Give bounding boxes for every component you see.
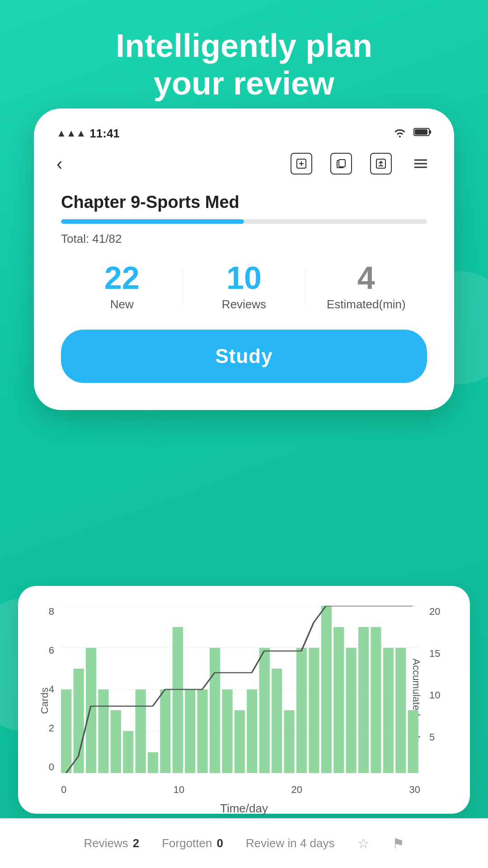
- bottom-bar: Reviews 2 Forgotten 0 Review in 4 days ☆…: [0, 818, 488, 868]
- svg-rect-20: [86, 648, 96, 773]
- svg-rect-29: [197, 689, 208, 773]
- stat-reviews: 10 Reviews: [183, 262, 305, 311]
- svg-rect-37: [296, 648, 307, 773]
- svg-rect-46: [408, 710, 418, 773]
- svg-rect-26: [160, 689, 170, 773]
- new-label: New: [61, 297, 183, 311]
- review-in-stat: Review in 4 days: [246, 836, 335, 850]
- svg-rect-2: [430, 130, 431, 134]
- estimated-count: 4: [305, 262, 427, 294]
- copy-icon[interactable]: [330, 153, 352, 175]
- chart-card: 8 6 4 2 0 Cards 20 15 10 5 Accumulated c…: [18, 586, 470, 814]
- forgotten-stat-count: 0: [217, 836, 223, 850]
- svg-rect-18: [61, 689, 71, 773]
- svg-rect-31: [222, 689, 232, 773]
- progress-bar-container: [61, 219, 427, 224]
- x-axis-title: Time/day: [220, 802, 268, 816]
- svg-rect-38: [309, 648, 319, 773]
- stat-estimated: 4 Estimated(min): [305, 262, 427, 311]
- progress-bar-fill: [61, 219, 244, 224]
- stat-new: 22 New: [61, 262, 183, 311]
- menu-icon[interactable]: [410, 153, 432, 175]
- signal-icon: ▲▲▲: [56, 127, 86, 139]
- status-bar: ▲▲▲ 11:41: [47, 122, 441, 148]
- svg-rect-35: [272, 669, 282, 773]
- battery-icon: [413, 127, 432, 140]
- reviews-count: 10: [183, 262, 305, 294]
- stats-row: 22 New 10 Reviews 4 Estimated(min): [61, 262, 427, 311]
- x-axis: 0 10 20 30: [61, 780, 420, 796]
- svg-rect-42: [358, 627, 369, 773]
- upload-icon[interactable]: [370, 153, 392, 175]
- chart-plot: [61, 606, 420, 773]
- star-icon[interactable]: ☆: [357, 835, 370, 851]
- svg-rect-44: [383, 648, 394, 773]
- svg-rect-1: [415, 129, 427, 135]
- svg-rect-21: [98, 689, 108, 773]
- svg-rect-25: [148, 752, 158, 773]
- svg-rect-40: [333, 627, 344, 773]
- svg-rect-24: [135, 689, 145, 773]
- review-in-label: Review in 4 days: [246, 836, 335, 850]
- reviews-label: Reviews: [183, 297, 305, 311]
- phone-mockup: ▲▲▲ 11:41 ‹: [34, 108, 454, 410]
- study-button[interactable]: Study: [61, 330, 427, 383]
- svg-rect-30: [210, 648, 220, 773]
- svg-rect-39: [321, 606, 332, 773]
- svg-rect-28: [185, 689, 195, 773]
- add-icon[interactable]: [291, 153, 312, 175]
- chapter-title: Chapter 9-Sports Med: [61, 193, 427, 212]
- flag-icon[interactable]: ⚑: [392, 835, 404, 851]
- svg-rect-36: [284, 710, 294, 773]
- svg-rect-19: [73, 669, 84, 773]
- forgotten-stat: Forgotten 0: [162, 836, 223, 850]
- svg-rect-32: [235, 710, 245, 773]
- svg-rect-22: [111, 710, 121, 773]
- new-count: 22: [61, 262, 183, 294]
- svg-rect-41: [346, 648, 357, 773]
- reviews-stat-count: 2: [133, 836, 139, 850]
- svg-rect-43: [371, 627, 381, 773]
- y-axis-left-title: Cards: [39, 688, 51, 714]
- svg-rect-33: [247, 689, 257, 773]
- reviews-stat: Reviews 2: [84, 836, 139, 850]
- back-button[interactable]: ‹: [56, 154, 62, 174]
- deck-content: Chapter 9-Sports Med Total: 41/82 22 New…: [47, 184, 441, 396]
- hero-title: Intelligently plan your review: [0, 0, 488, 120]
- svg-rect-23: [123, 731, 133, 773]
- svg-rect-27: [173, 627, 183, 773]
- toolbar: ‹: [47, 148, 441, 184]
- reviews-stat-label: Reviews: [84, 836, 128, 850]
- time-display: 11:41: [89, 127, 120, 141]
- chart-svg: [61, 606, 420, 773]
- estimated-label: Estimated(min): [305, 297, 427, 311]
- svg-rect-45: [395, 648, 406, 773]
- total-label: Total: 41/82: [61, 232, 427, 246]
- wifi-icon: [393, 126, 407, 141]
- chart-area: 8 6 4 2 0 Cards 20 15 10 5 Accumulated c…: [36, 606, 452, 796]
- svg-rect-34: [259, 648, 270, 773]
- y-axis-right: 20 15 10 5: [425, 606, 452, 773]
- svg-rect-7: [339, 160, 345, 167]
- forgotten-stat-label: Forgotten: [162, 836, 212, 850]
